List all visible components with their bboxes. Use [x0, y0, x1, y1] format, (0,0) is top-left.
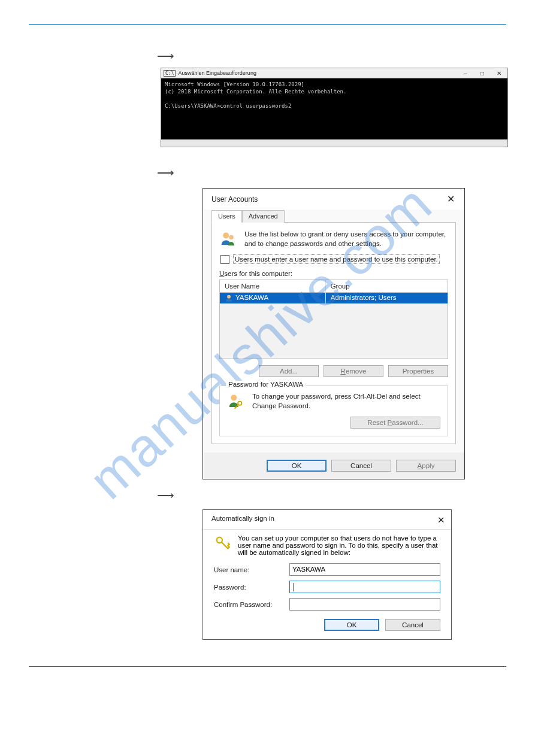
apply-button[interactable]: Apply	[396, 460, 456, 472]
dialog-title: User Accounts	[211, 195, 445, 204]
users-icon	[219, 230, 237, 248]
require-password-label: Users must enter a user name and passwor…	[233, 254, 440, 264]
maximize-icon[interactable]: □	[474, 70, 491, 77]
col-username: User Name	[220, 280, 326, 292]
step-arrow-2: ⟶	[157, 165, 508, 180]
svg-point-0	[223, 232, 229, 238]
remove-button[interactable]: Remove	[324, 365, 383, 377]
password-field[interactable]	[289, 581, 440, 593]
list-row-selected[interactable]: YASKAWA Administrators; Users	[220, 293, 448, 303]
cmd-icon: C:\	[164, 70, 176, 77]
tab-body-users: Use the list below to grant or deny user…	[211, 223, 456, 444]
cmd-body: Microsoft Windows [Version 10.0.17763.20…	[161, 78, 507, 147]
confirm-password-label: Confirm Password:	[214, 601, 285, 608]
dialog-titlebar: User Accounts ✕	[203, 189, 464, 208]
password-intro: To change your password, press Ctrl-Alt-…	[252, 392, 440, 411]
cancel-button[interactable]: Cancel	[331, 460, 391, 472]
dialog2-intro: You can set up your computer so that use…	[238, 535, 440, 556]
minimize-icon[interactable]: –	[457, 70, 474, 77]
ok-button[interactable]: OK	[324, 619, 379, 631]
row-user: YASKAWA	[235, 294, 268, 301]
user-icon	[225, 294, 233, 302]
password-legend: Password for YASKAWA	[226, 381, 306, 388]
list-spacer	[220, 303, 448, 359]
password-label: Password:	[214, 584, 285, 591]
add-button[interactable]: Add...	[259, 365, 319, 377]
username-label: User name:	[214, 566, 285, 573]
svg-point-3	[231, 394, 237, 400]
bottom-divider	[29, 666, 506, 667]
keys-icon	[214, 535, 231, 551]
intro-text: Use the list below to grant or deny user…	[244, 230, 448, 248]
step-arrow-1: ⟶	[157, 48, 508, 63]
username-field[interactable]: YASKAWA	[289, 563, 440, 576]
password-fieldset: Password for YASKAWA To change your pass…	[219, 385, 448, 436]
require-password-checkbox[interactable]	[220, 255, 229, 264]
list-header: User Name Group	[220, 280, 448, 293]
col-group: Group	[326, 280, 448, 292]
cmd-window: C:\ Auswählen Eingabeaufforderung – □ ✕ …	[161, 68, 508, 147]
reset-password-button[interactable]: Reset Password...	[350, 417, 440, 429]
svg-point-2	[227, 295, 231, 299]
row-group: Administrators; Users	[326, 293, 448, 303]
users-list: User Name Group YASKAWA Administrators; …	[219, 280, 448, 359]
ok-button[interactable]: OK	[267, 460, 327, 472]
confirm-password-field[interactable]	[289, 598, 440, 611]
properties-button[interactable]: Properties	[388, 365, 448, 377]
close-icon[interactable]: ✕	[445, 193, 457, 205]
close-icon[interactable]: ✕	[491, 70, 507, 77]
close-icon[interactable]: ✕	[437, 515, 445, 526]
dialog2-title: Automatically sign in	[211, 515, 437, 526]
cmd-titlebar: C:\ Auswählen Eingabeaufforderung – □ ✕	[161, 68, 507, 78]
cancel-button[interactable]: Cancel	[385, 619, 440, 631]
user-accounts-dialog: User Accounts ✕ Users Advanced	[202, 188, 465, 479]
users-for-label: Users for this computer:	[219, 270, 448, 277]
user-key-icon	[227, 392, 245, 410]
tab-advanced[interactable]: Advanced	[242, 210, 285, 223]
dialog2-titlebar: Automatically sign in ✕	[203, 510, 451, 529]
svg-point-1	[229, 235, 234, 240]
tabs: Users Advanced	[211, 210, 456, 223]
cmd-title-text: Auswählen Eingabeaufforderung	[178, 70, 256, 76]
top-divider	[29, 24, 506, 25]
tab-users[interactable]: Users	[211, 210, 242, 223]
svg-point-5	[217, 538, 222, 543]
svg-point-4	[238, 402, 241, 405]
auto-signin-dialog: Automatically sign in ✕ You can set up y…	[202, 509, 452, 640]
step-arrow-3: ⟶	[157, 488, 508, 502]
